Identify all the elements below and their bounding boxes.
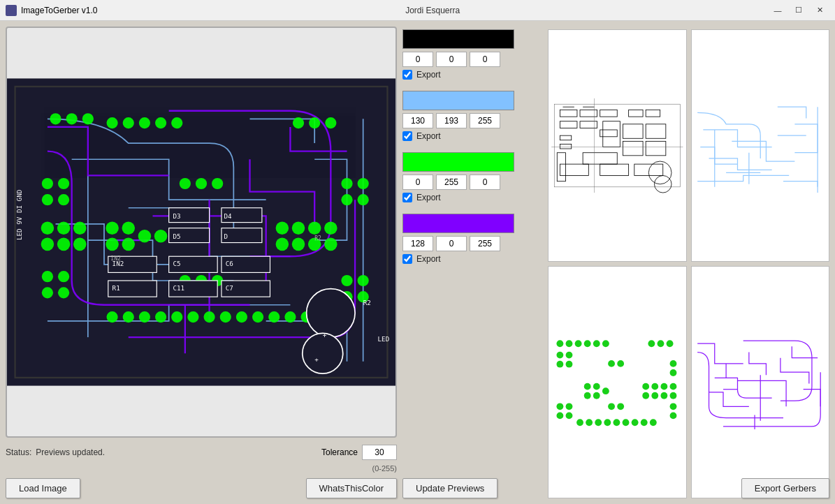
svg-point-28 — [106, 311, 117, 323]
preview-green-cell — [548, 266, 687, 498]
channel-blue-r-input[interactable] — [402, 113, 433, 128]
svg-point-134 — [556, 340, 563, 347]
channel-black-export-label[interactable]: Export — [416, 70, 441, 80]
app-title: ImageToGerber v1.0 — [21, 6, 97, 15]
channel-purple-rgb-inputs — [402, 236, 542, 251]
channel-green-g-input[interactable] — [436, 175, 467, 190]
channel-black-r-input[interactable] — [402, 52, 433, 67]
channel-green-r-input[interactable] — [402, 175, 433, 190]
svg-point-138 — [593, 340, 600, 347]
preview-green-svg — [549, 267, 686, 498]
svg-point-166 — [595, 419, 602, 426]
svg-point-147 — [584, 383, 591, 390]
svg-point-155 — [670, 383, 677, 390]
tolerance-input[interactable] — [362, 445, 397, 460]
svg-point-170 — [632, 419, 639, 426]
svg-point-171 — [641, 419, 648, 426]
svg-point-47 — [155, 117, 166, 128]
svg-point-29 — [123, 311, 134, 323]
svg-point-10 — [42, 178, 53, 189]
maximize-button[interactable]: ☐ — [789, 3, 808, 17]
svg-text:LED 9V DI GND: LED 9V DI GND — [15, 190, 23, 240]
channel-blue-g-input[interactable] — [436, 113, 467, 128]
svg-point-30 — [139, 311, 150, 323]
svg-text:LED: LED — [378, 335, 390, 343]
update-previews-button[interactable]: Update Previews — [402, 478, 498, 498]
svg-point-81 — [303, 333, 343, 373]
svg-point-45 — [123, 117, 134, 128]
status-bar: Status: Previews updated. Tolerance — [6, 442, 397, 463]
channel-green-b-input[interactable] — [470, 175, 500, 190]
svg-point-149 — [584, 392, 591, 399]
svg-point-41 — [50, 113, 61, 124]
svg-point-42 — [66, 113, 78, 124]
channel-purple-export-label[interactable]: Export — [416, 254, 441, 264]
channel-blue-export-row: Export — [402, 131, 542, 141]
channel-green-export-label[interactable]: Export — [416, 193, 441, 202]
svg-text:D5: D5 — [173, 232, 180, 240]
canvas-area: IN2 C5 C6 R1 C11 C7 D3 D4 D5 D + + LED L… — [6, 27, 397, 438]
svg-point-139 — [602, 340, 609, 347]
titlebar-left: ImageToGerber v1.0 — [6, 5, 97, 16]
channel-black: Export — [402, 29, 542, 80]
svg-point-7 — [57, 238, 71, 251]
svg-text:+: + — [323, 331, 327, 339]
svg-point-61 — [358, 194, 369, 205]
svg-point-20 — [276, 221, 289, 235]
minimize-button[interactable]: — — [768, 3, 787, 17]
channel-blue-b-input[interactable] — [470, 113, 500, 128]
status-left: Status: Previews updated. — [6, 447, 105, 457]
svg-point-14 — [106, 221, 119, 235]
svg-point-160 — [556, 403, 563, 410]
channel-purple-g-input[interactable] — [436, 236, 467, 251]
channel-purple: Export — [402, 214, 542, 264]
channel-black-rgb-inputs — [402, 52, 542, 67]
svg-point-178 — [670, 369, 677, 376]
bottom-buttons: Load Image WhatsThisColor — [6, 478, 397, 498]
svg-point-44 — [106, 117, 117, 128]
channel-black-b-input[interactable] — [470, 52, 500, 67]
channel-green: Export — [402, 152, 542, 202]
channel-green-export-checkbox[interactable] — [402, 193, 412, 202]
channel-purple-export-checkbox[interactable] — [402, 254, 412, 264]
channel-green-rgb-inputs — [402, 175, 542, 190]
channel-purple-b-input[interactable] — [470, 236, 500, 251]
channel-black-g-input[interactable] — [436, 52, 467, 67]
svg-point-52 — [180, 178, 191, 189]
close-button[interactable]: ✕ — [810, 3, 829, 17]
export-gerbers-button[interactable]: Export Gerbers — [741, 478, 829, 498]
svg-point-21 — [292, 221, 305, 235]
svg-point-22 — [276, 238, 289, 251]
channel-blue-export-checkbox[interactable] — [402, 131, 412, 141]
whats-this-color-button[interactable]: WhatsThisColor — [306, 478, 397, 498]
svg-point-176 — [617, 403, 624, 410]
titlebar-controls: — ☐ ✕ — [768, 3, 829, 17]
svg-point-32 — [171, 311, 182, 323]
svg-point-9 — [73, 238, 87, 251]
svg-point-135 — [566, 340, 573, 347]
svg-point-154 — [660, 383, 667, 390]
svg-point-62 — [341, 275, 352, 286]
svg-point-148 — [593, 383, 600, 390]
svg-point-67 — [58, 271, 69, 282]
preview-purple-cell — [691, 266, 830, 498]
svg-text:D3: D3 — [173, 212, 180, 220]
tolerance-section: Tolerance — [321, 445, 397, 460]
svg-point-63 — [358, 275, 369, 286]
svg-point-19 — [154, 230, 168, 243]
svg-point-24 — [308, 221, 321, 235]
svg-point-16 — [106, 238, 119, 251]
svg-text:R2: R2 — [363, 299, 371, 306]
load-image-button[interactable]: Load Image — [6, 478, 80, 498]
channel-black-export-checkbox[interactable] — [402, 70, 412, 80]
main-content: IN2 C5 C6 R1 C11 C7 D3 D4 D5 D + + LED L… — [0, 21, 835, 504]
channel-blue-rgb-inputs — [402, 113, 542, 128]
svg-text:R1: R1 — [112, 284, 120, 292]
channel-blue-export-label[interactable]: Export — [416, 131, 441, 141]
svg-point-18 — [138, 230, 152, 243]
preview-blue-svg — [692, 30, 829, 261]
svg-point-38 — [268, 311, 279, 323]
svg-point-35 — [220, 311, 231, 323]
svg-point-164 — [576, 419, 583, 426]
channel-purple-r-input[interactable] — [402, 236, 433, 251]
